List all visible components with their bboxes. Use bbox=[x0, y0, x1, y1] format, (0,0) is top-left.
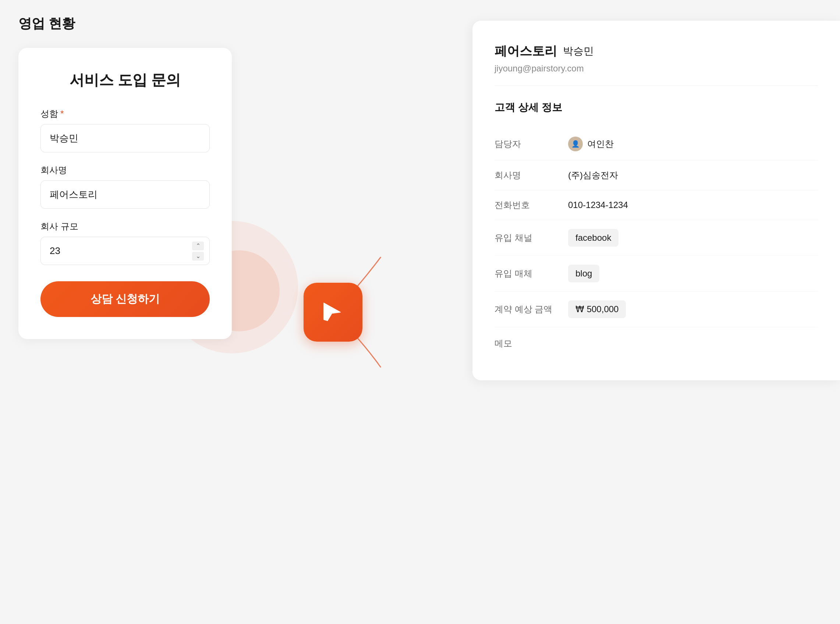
customer-name-row: 페어스토리 박승민 bbox=[495, 43, 818, 60]
phone-value: 010-1234-1234 bbox=[568, 200, 628, 210]
spinner-buttons: ⌃ ⌄ bbox=[192, 241, 204, 261]
contract-row: 계약 예상 금액 ₩ 500,000 bbox=[495, 292, 818, 327]
size-group: 회사 규모 ⌃ ⌄ bbox=[40, 221, 210, 265]
form-panel: 서비스 도입 문의 성함 * 회사명 회사 규모 ⌃ ⌄ 상담 신청하기 bbox=[18, 48, 232, 339]
memo-label: 메모 bbox=[495, 336, 568, 349]
customer-email: jiyoung@pairstory.com bbox=[495, 63, 818, 74]
center-connector bbox=[213, 0, 453, 624]
company-row: 회사명 (주)심송전자 bbox=[495, 161, 818, 190]
manager-label: 담당자 bbox=[495, 138, 568, 150]
submit-button[interactable]: 상담 신청하기 bbox=[40, 281, 210, 317]
customer-person-name: 박승민 bbox=[563, 44, 594, 58]
phone-label: 전화번호 bbox=[495, 199, 568, 211]
name-label: 성함 * bbox=[40, 108, 210, 120]
company-group: 회사명 bbox=[40, 164, 210, 209]
spinner-down-button[interactable]: ⌄ bbox=[192, 252, 204, 261]
media-label: 유입 매체 bbox=[495, 268, 568, 280]
app-logo bbox=[304, 283, 362, 341]
channel-value: facebook bbox=[568, 229, 618, 247]
customer-company-name: 페어스토리 bbox=[495, 43, 557, 60]
company-detail-label: 회사명 bbox=[495, 169, 568, 181]
size-input[interactable] bbox=[40, 237, 210, 265]
phone-row: 전화번호 010-1234-1234 bbox=[495, 190, 818, 220]
media-badge: blog bbox=[568, 265, 600, 283]
media-row: 유입 매체 blog bbox=[495, 256, 818, 292]
size-label: 회사 규모 bbox=[40, 221, 210, 232]
size-spinner: ⌃ ⌄ bbox=[40, 237, 210, 265]
manager-value: 👤 여인찬 bbox=[568, 137, 614, 151]
channel-row: 유입 채널 facebook bbox=[495, 220, 818, 256]
name-group: 성함 * bbox=[40, 108, 210, 152]
media-value: blog bbox=[568, 265, 600, 283]
logo-svg bbox=[316, 296, 350, 329]
manager-row: 담당자 👤 여인찬 bbox=[495, 128, 818, 161]
spinner-up-button[interactable]: ⌃ bbox=[192, 241, 204, 250]
channel-badge: facebook bbox=[568, 229, 618, 247]
customer-panel: 페어스토리 박승민 jiyoung@pairstory.com 고객 상세 정보… bbox=[472, 20, 840, 381]
contract-badge: ₩ 500,000 bbox=[568, 300, 626, 318]
logo-connector bbox=[278, 220, 388, 404]
page-title: 영업 현황 bbox=[18, 15, 75, 33]
channel-label: 유입 채널 bbox=[495, 232, 568, 244]
form-title: 서비스 도입 문의 bbox=[40, 70, 210, 90]
company-label: 회사명 bbox=[40, 164, 210, 176]
required-star: * bbox=[60, 109, 64, 119]
contract-label: 계약 예상 금액 bbox=[495, 303, 568, 315]
detail-section-title: 고객 상세 정보 bbox=[495, 100, 818, 114]
company-input[interactable] bbox=[40, 181, 210, 209]
memo-row: 메모 bbox=[495, 327, 818, 358]
customer-header: 페어스토리 박승민 jiyoung@pairstory.com bbox=[495, 43, 818, 86]
manager-avatar: 👤 bbox=[568, 137, 583, 151]
company-detail-value: (주)심송전자 bbox=[568, 169, 618, 181]
contract-value: ₩ 500,000 bbox=[568, 300, 626, 318]
name-input[interactable] bbox=[40, 124, 210, 152]
